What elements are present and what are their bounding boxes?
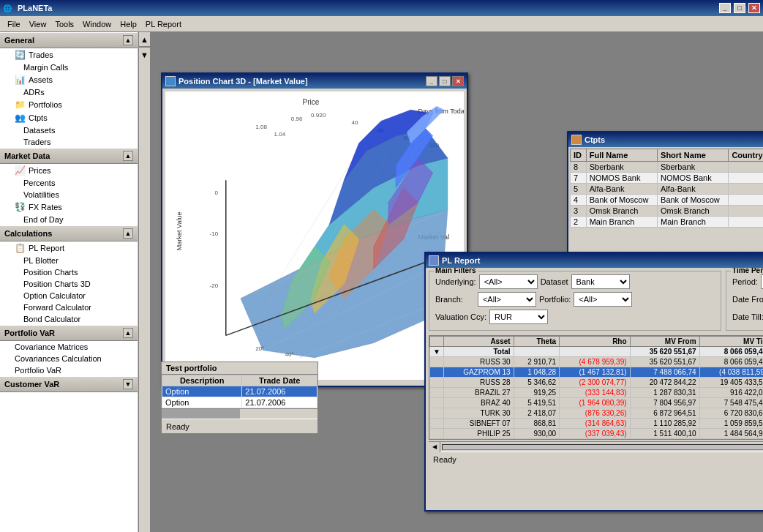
tp-scrollbar[interactable]: [162, 408, 317, 419]
section-customer-var[interactable]: Customer VaR ▼: [0, 376, 138, 392]
sidebar-item-prices[interactable]: 📈 Prices: [0, 164, 138, 177]
valuation-ccy-label: Valuation Ccy:: [435, 312, 486, 321]
tp-status-text: Ready: [166, 422, 189, 431]
sidebar-item-datasets[interactable]: Datasets: [0, 124, 138, 136]
main-filters-group: Main Filters Underlying: <All> Dataset B…: [429, 271, 721, 331]
sidebar-item-pl-report[interactable]: 📋 PL Report: [0, 241, 138, 255]
svg-text:20°: 20°: [255, 345, 264, 352]
time-period-group: Time Period Period: <Custom> Date From: …: [726, 271, 763, 331]
section-market-data-label: Market Data: [4, 151, 50, 160]
table-row[interactable]: Option21.07.2006: [162, 397, 317, 408]
table-row-total[interactable]: ▼ Total 35 620 551,67 8 066 059,46 (2 07…: [430, 347, 764, 357]
underlying-select[interactable]: <All>: [479, 274, 538, 289]
menu-plreport[interactable]: PL Report: [141, 18, 186, 30]
section-calculations[interactable]: Calculations ▲: [0, 225, 138, 241]
col-country: Country: [729, 149, 763, 162]
sidebar-item-percents[interactable]: Percents: [0, 177, 138, 189]
sidebar-content: General ▲ 🔄 Trades Margin Calls 📊 Assets…: [0, 32, 138, 532]
collapse-general[interactable]: ▲: [123, 35, 133, 45]
sidebar-item-position-charts-3d[interactable]: Position Charts 3D: [0, 278, 138, 290]
scroll-up-btn[interactable]: ▲: [139, 32, 150, 47]
pl-table: Asset Theta Rho MV From MV Till PL: [429, 336, 763, 439]
ctpts-titlebar: Ctpts _ □ ✕: [568, 132, 763, 147]
section-portfolio-var[interactable]: Portfolio VaR ▲: [0, 325, 138, 341]
collapse-customer-var[interactable]: ▼: [123, 379, 133, 389]
valuation-ccy-select[interactable]: RUR: [489, 310, 548, 324]
period-row: Period: <Custom>: [732, 274, 763, 289]
main-layout: General ▲ 🔄 Trades Margin Calls 📊 Assets…: [0, 32, 763, 532]
sidebar-scrollbar[interactable]: ▲ ▼: [138, 32, 150, 532]
sidebar-item-covariance-matrices[interactable]: Covariance Matrices: [0, 341, 138, 353]
sidebar-item-volatilities[interactable]: Volatilities: [0, 189, 138, 201]
sidebar-item-option-calculator[interactable]: Option Calculator: [0, 290, 138, 301]
scroll-down-btn[interactable]: ▼: [139, 47, 150, 61]
sidebar-item-position-charts[interactable]: Position Charts: [0, 266, 138, 278]
minimize-button[interactable]: _: [719, 3, 731, 13]
col-expand: [430, 337, 444, 347]
portfolio-select[interactable]: <All>: [574, 292, 632, 307]
table-row[interactable]: 7NOMOS BankNOMOS BankМосква: [571, 173, 764, 184]
chart3d-minimize[interactable]: _: [426, 76, 437, 86]
sidebar-item-ctpts[interactable]: 👥 Ctpts: [0, 111, 138, 124]
sidebar-item-covariances-calculation[interactable]: Covariances Calculation: [0, 353, 138, 364]
menu-view[interactable]: View: [25, 18, 51, 30]
section-general[interactable]: General ▲: [0, 32, 138, 48]
expand-icon[interactable]: ▼: [430, 347, 444, 357]
date-till-row: Date Till: 21.07.2006: [732, 310, 763, 324]
svg-text:40: 40: [352, 119, 358, 126]
sidebar-item-assets[interactable]: 📊 Assets: [0, 73, 138, 86]
fx-icon: 💱: [15, 202, 26, 212]
table-row[interactable]: 8SberbankSberbankМосква: [571, 162, 764, 173]
collapse-calculations[interactable]: ▲: [123, 228, 133, 239]
titlebar-buttons: _ □ ✕: [718, 3, 760, 13]
sidebar-item-fx-rates[interactable]: 💱 FX Rates: [0, 201, 138, 214]
menu-help[interactable]: Help: [116, 18, 141, 30]
chart3d-content: Price Days from Today 1.08 1.04 0.96 0.9…: [165, 91, 464, 380]
sidebar-item-forward-calculator[interactable]: Forward Calculator: [0, 301, 138, 313]
main-filters-title: Main Filters: [434, 268, 478, 274]
hscroll-track[interactable]: [442, 444, 763, 450]
chart3d-maximize[interactable]: □: [439, 76, 451, 86]
menu-window[interactable]: Window: [78, 18, 116, 30]
table-row[interactable]: RUSS 302 910,71(4 678 959,39)35 620 551,…: [430, 357, 764, 367]
collapse-portfolio-var[interactable]: ▲: [123, 328, 133, 338]
ctpts-window: Ctpts _ □ ✕ ID Full Name Short Name Coun…: [567, 131, 763, 255]
table-row[interactable]: TURK 302 418,07(876 330,26)6 872 964,516…: [430, 408, 764, 419]
sidebar-item-bond-calculator[interactable]: Bond Calculator: [0, 313, 138, 325]
sidebar-item-adrs[interactable]: ADRs: [0, 86, 138, 98]
table-row[interactable]: 5Alfa-BankAlfa-BankЛондон: [571, 184, 764, 195]
table-row[interactable]: GAZPROM 131 048,28(1 467 132,81)7 488 06…: [430, 367, 764, 378]
table-row[interactable]: BRAZ 405 419,51(1 964 080,39)7 804 956,9…: [430, 398, 764, 408]
section-market-data[interactable]: Market Data ▲: [0, 148, 138, 164]
table-row[interactable]: 2Main BranchMain BranchМосква: [571, 217, 764, 228]
branch-select[interactable]: <All>: [478, 292, 536, 307]
sidebar-item-end-of-day[interactable]: End of Day: [0, 214, 138, 225]
table-row[interactable]: BRAZIL 27919,25(333 144,83)1 287 830,319…: [430, 388, 764, 398]
sidebar-item-margin-calls[interactable]: Margin Calls: [0, 61, 138, 73]
menu-file[interactable]: File: [3, 18, 25, 30]
dataset-select[interactable]: Bank: [571, 274, 630, 289]
valuation-row: Valuation Ccy: RUR: [435, 310, 715, 324]
sidebar-item-trades[interactable]: 🔄 Trades: [0, 48, 138, 61]
chart3d-close[interactable]: ✕: [452, 76, 464, 86]
table-row[interactable]: Option21.07.2006: [162, 386, 317, 397]
pl-hscrollbar[interactable]: ◀ ▶: [429, 441, 763, 452]
col-shortname: Short Name: [658, 149, 729, 162]
close-button[interactable]: ✕: [748, 3, 760, 13]
table-row[interactable]: RUSS 285 346,62(2 300 074,77)20 472 844,…: [430, 378, 764, 388]
sidebar-item-portfolios[interactable]: 📁 Portfolios: [0, 98, 138, 111]
table-row[interactable]: SIBNEFT 07868,81(314 864,63)1 110 285,92…: [430, 419, 764, 429]
sidebar-item-pl-blotter[interactable]: PL Blotter: [0, 255, 138, 266]
plreport-titlebar: PL Report _ □ ✕: [426, 253, 763, 268]
svg-text:0.96: 0.96: [291, 116, 303, 122]
table-row[interactable]: 3Omsk BranchOmsk BranchОмск: [571, 206, 764, 217]
menu-tools[interactable]: Tools: [50, 18, 78, 30]
collapse-market-data[interactable]: ▲: [123, 151, 133, 161]
table-row[interactable]: 4Bank of MoscowBank of MoscowПетрозаводс…: [571, 195, 764, 206]
maximize-button[interactable]: □: [734, 3, 745, 13]
table-row[interactable]: PHILIP 25930,00(337 039,43)1 511 400,101…: [430, 429, 764, 439]
sidebar-item-traders[interactable]: Traders: [0, 136, 138, 148]
sidebar-item-portfolio-var[interactable]: Portfolio VaR: [0, 364, 138, 376]
time-period-title: Time Period: [731, 268, 763, 274]
scroll-left-btn[interactable]: ◀: [429, 442, 440, 452]
